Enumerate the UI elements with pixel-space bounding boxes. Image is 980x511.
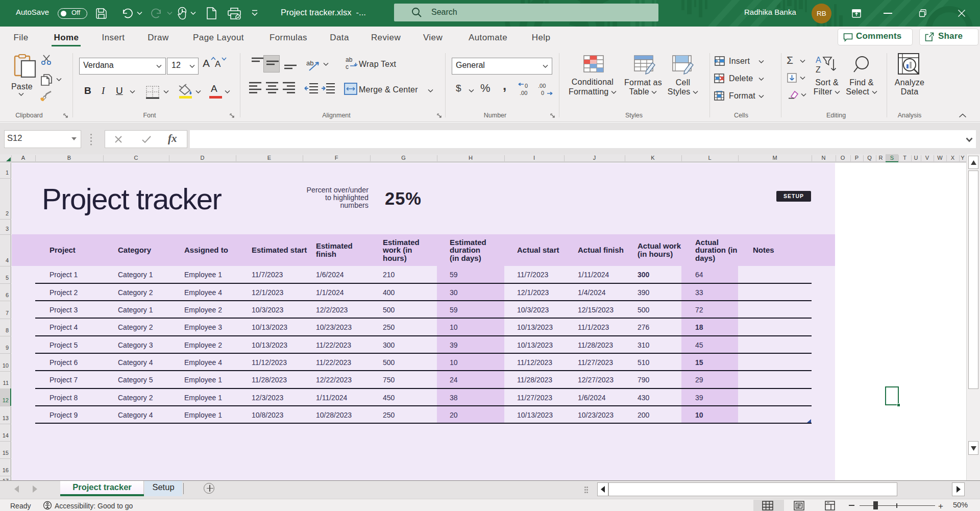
svg-text:0: 0	[525, 83, 528, 89]
svg-text:ab: ab	[346, 56, 353, 63]
svg-text:.00: .00	[538, 83, 546, 89]
svg-text:A: A	[816, 56, 821, 64]
svg-text:ab: ab	[306, 59, 313, 67]
svg-text:0: 0	[541, 90, 544, 96]
svg-text:.00: .00	[520, 90, 527, 96]
svg-text:Z: Z	[816, 65, 821, 74]
svg-text:c: c	[346, 63, 349, 69]
